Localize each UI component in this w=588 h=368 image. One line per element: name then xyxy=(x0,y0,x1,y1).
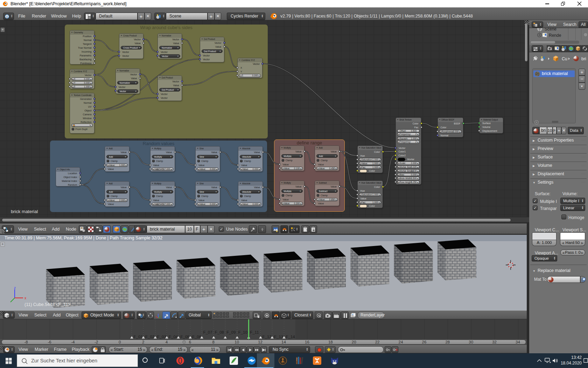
svg-text:C++: C++ xyxy=(296,358,298,361)
svg-text:z: z xyxy=(14,287,16,290)
svg-text:Rende: Rende xyxy=(549,33,561,38)
svg-text:Scene: Scene xyxy=(545,28,556,32)
svg-text:x: x xyxy=(24,296,26,300)
svg-text:bri: bri xyxy=(581,56,586,61)
svg-text:Cu: Cu xyxy=(562,56,567,61)
